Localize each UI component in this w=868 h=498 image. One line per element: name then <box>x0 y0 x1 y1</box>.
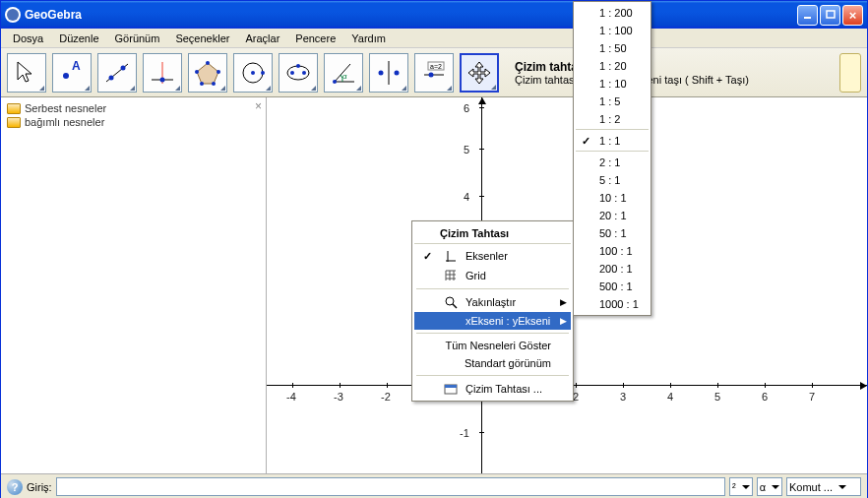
ctx-grid[interactable]: Grid <box>414 266 571 285</box>
context-menu-title: Çizim Tahtası <box>414 223 571 244</box>
ratio-item[interactable]: 500 : 1 <box>576 278 649 295</box>
svg-point-26 <box>379 70 384 75</box>
ctx-standard-view[interactable]: Standart görünüm <box>414 354 571 372</box>
ratio-item[interactable]: 100 : 1 <box>576 242 649 260</box>
ctx-properties[interactable]: Çizim Tahtası ... <box>414 379 571 399</box>
ratio-item[interactable]: 1 : 100 <box>576 22 649 39</box>
ratio-item[interactable]: 1 : 200 <box>576 4 649 22</box>
x-tick-label: 7 <box>809 391 815 403</box>
ratio-item[interactable]: 1 : 20 <box>576 57 649 75</box>
menu-help[interactable]: Yardım <box>343 31 394 46</box>
tool-polygon[interactable] <box>188 53 227 93</box>
properties-icon <box>442 382 460 396</box>
svg-line-35 <box>453 304 457 308</box>
ctx-label: Grid <box>465 270 486 281</box>
ratio-item-selected[interactable]: 1 : 1 <box>576 132 649 152</box>
ratio-item[interactable]: 1000 : 1 <box>576 295 649 313</box>
menu-window[interactable]: Pencere <box>287 31 343 46</box>
command-select[interactable]: Komut ... <box>786 477 861 496</box>
ctx-axes-ratio[interactable]: xEkseni : yEkseni ▶ <box>414 312 571 330</box>
svg-point-11 <box>206 61 210 65</box>
x-tick-label: 3 <box>620 391 626 403</box>
help-icon[interactable]: ? <box>7 479 23 495</box>
ctx-axes[interactable]: Eksenler <box>414 246 571 266</box>
svg-point-29 <box>429 72 434 77</box>
drawing-canvas[interactable]: -4 -3 -2 -1 1 2 3 4 5 6 7 4 5 6 -1 Çizim… <box>267 97 867 473</box>
tool-reflect[interactable] <box>369 53 408 93</box>
ctx-label: Standart görünüm <box>465 357 551 369</box>
ratio-item[interactable]: 1 : 5 <box>576 93 649 110</box>
svg-text:a=2: a=2 <box>430 63 442 70</box>
context-menu: Çizim Tahtası Eksenler Grid Yakınlaştır <box>411 220 574 402</box>
svg-point-22 <box>296 64 300 68</box>
menu-view[interactable]: Görünüm <box>107 31 168 46</box>
tool-slider[interactable]: a=2 <box>414 53 454 93</box>
app-window: GeoGebra × Dosya Düzenle Görünüm Seçenek… <box>0 0 868 498</box>
ratio-item[interactable]: 10 : 1 <box>576 189 649 207</box>
minimize-button[interactable] <box>797 5 818 26</box>
ratio-item[interactable]: 1 : 2 <box>576 110 649 130</box>
ctx-zoom[interactable]: Yakınlaştır ▶ <box>414 292 571 312</box>
maximize-button[interactable] <box>820 5 840 26</box>
ratio-item[interactable]: 1 : 50 <box>576 39 649 57</box>
menu-file[interactable]: Dosya <box>5 31 51 46</box>
app-icon <box>5 7 21 23</box>
tool-point[interactable]: A <box>52 53 92 93</box>
menu-tools[interactable]: Araçlar <box>237 31 287 46</box>
menu-options[interactable]: Seçenekler <box>167 31 237 46</box>
tool-line[interactable] <box>97 53 137 93</box>
tool-conic[interactable] <box>279 53 318 93</box>
menubar: Dosya Düzenle Görünüm Seçenekler Araçlar… <box>1 29 867 48</box>
chevron-down-icon <box>772 485 779 489</box>
svg-point-9 <box>160 77 165 82</box>
ratio-item[interactable]: 50 : 1 <box>576 224 649 242</box>
svg-text:A: A <box>72 59 81 73</box>
tool-circle[interactable] <box>233 53 273 93</box>
chevron-down-icon <box>742 485 750 489</box>
tool-perpendicular[interactable] <box>143 53 182 93</box>
svg-point-5 <box>109 75 114 80</box>
folder-dependent[interactable]: bağımlı nesneler <box>7 115 260 129</box>
ctx-show-all[interactable]: Tüm Nesneleri Göster <box>414 337 571 354</box>
folder-icon <box>7 103 21 114</box>
svg-point-18 <box>261 71 265 75</box>
svg-rect-37 <box>445 385 457 388</box>
ratio-item[interactable]: 200 : 1 <box>576 260 649 278</box>
y-tick-label: 6 <box>464 102 469 114</box>
svg-point-12 <box>217 70 220 74</box>
y-tick-label: -1 <box>460 427 469 439</box>
svg-point-13 <box>212 82 216 86</box>
folder-free[interactable]: Serbest nesneler <box>7 101 260 115</box>
command-input[interactable] <box>56 477 725 496</box>
chevron-right-icon: ▶ <box>560 316 567 326</box>
workarea: × Serbest nesneler bağımlı nesneler -4 -… <box>1 97 867 473</box>
svg-marker-10 <box>197 63 218 84</box>
axes-icon <box>442 249 460 263</box>
tool-angle[interactable]: α <box>324 53 363 93</box>
menu-edit[interactable]: Düzenle <box>51 31 106 46</box>
ctx-label: Çizim Tahtası ... <box>465 383 542 395</box>
ratio-item[interactable]: 2 : 1 <box>576 154 649 171</box>
titlebar[interactable]: GeoGebra × <box>1 1 867 29</box>
chevron-right-icon: ▶ <box>560 297 567 307</box>
ctx-label: Tüm Nesneleri Göster <box>445 340 551 351</box>
x-tick-label: -3 <box>334 391 343 403</box>
ratio-submenu: 1 : 200 1 : 100 1 : 50 1 : 20 1 : 10 1 :… <box>573 1 651 316</box>
svg-rect-0 <box>804 17 811 19</box>
svg-point-14 <box>200 82 204 86</box>
ratio-item[interactable]: 5 : 1 <box>576 171 649 189</box>
tool-move[interactable] <box>7 53 46 93</box>
input-label: Giriş: <box>27 481 52 493</box>
undo-redo-box[interactable] <box>839 53 861 93</box>
folder-label: Serbest nesneler <box>25 102 106 114</box>
exponent-select[interactable]: ² <box>729 477 753 496</box>
sidebar-close-icon[interactable]: × <box>255 99 262 113</box>
tool-move-view[interactable] <box>460 53 499 93</box>
ratio-item[interactable]: 20 : 1 <box>576 207 649 224</box>
x-tick-label: -2 <box>381 391 391 403</box>
folder-icon <box>7 117 21 128</box>
ratio-item[interactable]: 1 : 10 <box>576 75 649 93</box>
close-button[interactable]: × <box>842 5 863 26</box>
greek-select[interactable]: α <box>757 477 782 496</box>
statusbar: ? Giriş: ² α Komut ... <box>1 473 867 498</box>
